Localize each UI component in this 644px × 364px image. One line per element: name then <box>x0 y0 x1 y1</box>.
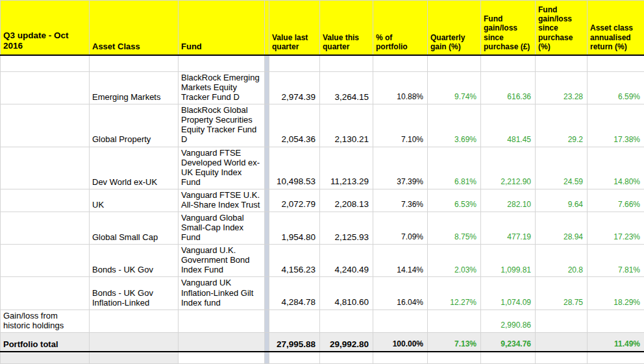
cell-value-this[interactable]: 2,208.13 <box>320 189 373 212</box>
cell-value-this[interactable]: 11,213.29 <box>320 147 373 189</box>
cell-quarterly-gain[interactable]: 3.69% <box>428 104 481 147</box>
cell-annualised[interactable]: 14.80% <box>588 147 644 189</box>
cell[interactable] <box>1 212 90 245</box>
cell-annualised[interactable]: 18.29% <box>588 277 644 309</box>
cell[interactable] <box>588 352 644 363</box>
cell-value-last[interactable]: 4,284.78 <box>269 277 320 309</box>
cell[interactable] <box>90 332 179 352</box>
cell[interactable] <box>90 55 179 72</box>
cell[interactable] <box>428 309 481 332</box>
cell[interactable] <box>269 309 320 332</box>
header-value-last-quarter[interactable]: Value last quarter <box>269 1 320 55</box>
cell[interactable] <box>481 55 536 72</box>
header-asset-class[interactable]: Asset Class <box>90 1 179 55</box>
cell-pct-portfolio[interactable]: 7.10% <box>373 104 428 147</box>
cell[interactable] <box>1 104 90 147</box>
cell-quarterly-gain[interactable]: 2.03% <box>428 245 481 277</box>
cell[interactable] <box>428 55 481 72</box>
cell-pct-portfolio[interactable]: 37.39% <box>373 147 428 189</box>
cell-value-last[interactable]: 2,974.39 <box>269 72 320 104</box>
cell-annualised[interactable]: 7.66% <box>588 189 644 212</box>
cell-gain-gbp[interactable]: 2,212.90 <box>481 147 536 189</box>
cell[interactable] <box>320 309 373 332</box>
cell-pct-portfolio[interactable]: 14.14% <box>373 245 428 277</box>
cell-total-quarterly-gain[interactable]: 7.13% <box>428 332 481 352</box>
cell-value-last[interactable]: 4,156.23 <box>269 245 320 277</box>
cell-asset-class[interactable]: Emerging Markets <box>90 72 179 104</box>
cell-gain-gbp[interactable]: 616.36 <box>481 72 536 104</box>
cell-total-label[interactable]: Portfolio total <box>1 332 90 352</box>
cell-annualised[interactable]: 17.38% <box>588 104 644 147</box>
header-fund-gain-pct[interactable]: Fund gain/loss since purchase (%) <box>536 1 588 55</box>
cell[interactable] <box>90 352 179 363</box>
cell-gain-pct[interactable]: 28.75 <box>536 277 588 309</box>
cell[interactable] <box>269 352 320 363</box>
cell-fund-name[interactable]: BlackRock Emerging Markets Equity Tracke… <box>179 72 265 104</box>
cell-gain-pct[interactable]: 20.8 <box>536 245 588 277</box>
cell-total-value-last[interactable]: 27,995.88 <box>269 332 320 352</box>
cell-gain-pct[interactable]: 23.28 <box>536 72 588 104</box>
cell[interactable] <box>588 55 644 72</box>
cell[interactable] <box>588 309 644 332</box>
cell-gain-gbp[interactable]: 1,099.81 <box>481 245 536 277</box>
header-fund[interactable]: Fund <box>179 1 265 55</box>
cell-gain-gbp[interactable]: 477.19 <box>481 212 536 245</box>
cell-value-this[interactable]: 2,125.93 <box>320 212 373 245</box>
cell[interactable] <box>373 352 428 363</box>
cell[interactable] <box>1 147 90 189</box>
cell-annualised[interactable]: 7.81% <box>588 245 644 277</box>
header-annualised-return[interactable]: Asset class annualised return (%) <box>588 1 644 55</box>
cell-total-value-this[interactable]: 29,992.80 <box>320 332 373 352</box>
cell-value-this[interactable]: 4,810.60 <box>320 277 373 309</box>
cell-quarterly-gain[interactable]: 6.81% <box>428 147 481 189</box>
cell[interactable] <box>1 352 90 363</box>
cell-value-last[interactable]: 10,498.53 <box>269 147 320 189</box>
cell[interactable] <box>320 352 373 363</box>
cell-asset-class[interactable]: Dev World ex-UK <box>90 147 179 189</box>
cell[interactable] <box>373 55 428 72</box>
cell-pct-portfolio[interactable]: 7.09% <box>373 212 428 245</box>
cell-fund-name[interactable]: Vanguard Global Small-Cap Index Fund <box>179 212 265 245</box>
cell-total-pct-portfolio[interactable]: 100.00% <box>373 332 428 352</box>
cell-total-gain-gbp[interactable]: 9,234.76 <box>481 332 536 352</box>
cell[interactable] <box>179 309 265 332</box>
cell-historic-label[interactable]: Gain/loss from historic holdings <box>1 309 90 332</box>
cell[interactable] <box>373 309 428 332</box>
cell-asset-class[interactable]: Bonds - UK Gov <box>90 245 179 277</box>
cell-gain-pct[interactable]: 29.2 <box>536 104 588 147</box>
cell[interactable] <box>1 72 90 104</box>
cell-pct-portfolio[interactable]: 16.04% <box>373 277 428 309</box>
cell-asset-class[interactable]: UK <box>90 189 179 212</box>
cell-gain-gbp[interactable]: 282.10 <box>481 189 536 212</box>
cell[interactable] <box>536 55 588 72</box>
cell[interactable] <box>428 352 481 363</box>
cell-pct-portfolio[interactable]: 7.36% <box>373 189 428 212</box>
cell-annualised[interactable]: 17.23% <box>588 212 644 245</box>
header-quarterly-gain[interactable]: Quarterly gain (%) <box>428 1 481 55</box>
header-fund-gain-gbp[interactable]: Fund gain/loss since purchase (£) <box>481 1 536 55</box>
cell-quarterly-gain[interactable]: 8.75% <box>428 212 481 245</box>
cell-fund-name[interactable]: Vanguard U.K. Government Bond Index Fund <box>179 245 265 277</box>
cell-pct-portfolio[interactable]: 10.88% <box>373 72 428 104</box>
cell[interactable] <box>179 332 265 352</box>
cell-fund-name[interactable]: Vanguard UK Inflation-Linked Gilt Index … <box>179 277 265 309</box>
cell[interactable] <box>536 352 588 363</box>
cell[interactable] <box>536 309 588 332</box>
cell-fund-name[interactable]: Vanguard FTSE U.K. All-Share Index Trust <box>179 189 265 212</box>
cell-value-this[interactable]: 4,240.49 <box>320 245 373 277</box>
cell-quarterly-gain[interactable]: 12.27% <box>428 277 481 309</box>
cell-asset-class[interactable]: Global Small Cap <box>90 212 179 245</box>
cell-fund-name[interactable]: BlackRock Global Property Securities Equ… <box>179 104 265 147</box>
cell[interactable] <box>269 55 320 72</box>
cell[interactable] <box>90 309 179 332</box>
cell-value-last[interactable]: 2,054.36 <box>269 104 320 147</box>
cell-quarterly-gain[interactable]: 9.74% <box>428 72 481 104</box>
cell[interactable] <box>320 55 373 72</box>
cell[interactable] <box>536 332 588 352</box>
cell[interactable] <box>1 245 90 277</box>
cell[interactable] <box>179 55 265 72</box>
cell[interactable] <box>1 55 90 72</box>
cell-fund-name[interactable]: Vanguard FTSE Developed World ex-UK Equi… <box>179 147 265 189</box>
cell-total-annualised[interactable]: 11.49% <box>588 332 644 352</box>
sheet-title[interactable]: Q3 update - Oct 2016 <box>1 1 90 55</box>
